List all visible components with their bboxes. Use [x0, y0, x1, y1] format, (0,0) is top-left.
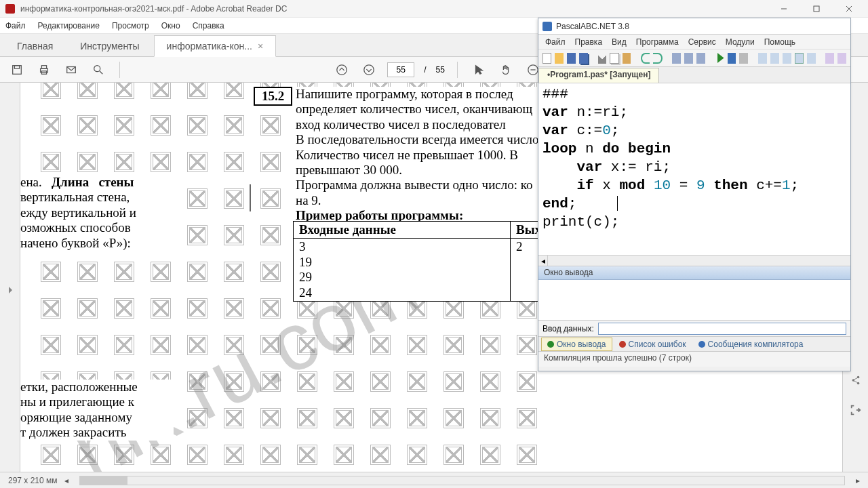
svg-marker-22: [9, 287, 12, 293]
left-text-2: етки, расположенные ны и прилегающие к о…: [20, 380, 174, 441]
close-button[interactable]: [835, 1, 863, 17]
tb-icon[interactable]: [825, 53, 834, 64]
save-icon[interactable]: [567, 53, 576, 64]
saveall-icon[interactable]: [579, 53, 588, 64]
select-tool-icon[interactable]: [470, 61, 488, 79]
pascal-icon: [542, 22, 552, 31]
pas-menu-view[interactable]: Вид: [612, 37, 627, 47]
example-table: Входные данныеВых 3 19 29 24 2: [293, 221, 547, 302]
td-input: 3 19 29 24: [294, 239, 511, 302]
redo-icon[interactable]: [653, 53, 662, 64]
bottab-errors[interactable]: Список ошибок: [614, 338, 692, 350]
acrobat-statusbar: 297 x 210 мм ◂ ▸: [0, 472, 868, 488]
pascal-menubar: Файл Правка Вид Программа Сервис Модули …: [538, 35, 850, 49]
tab-home-label: Главная: [17, 41, 53, 52]
svg-rect-7: [41, 65, 46, 68]
svg-point-10: [94, 65, 100, 71]
pas-menu-file[interactable]: Файл: [545, 37, 566, 47]
step-icon[interactable]: [739, 53, 748, 64]
input-row: Ввод данных:: [538, 321, 850, 337]
pascal-hscroll[interactable]: ◂: [538, 256, 850, 266]
close-icon[interactable]: ×: [258, 41, 263, 52]
print-icon[interactable]: [35, 61, 53, 79]
tb-icon[interactable]: [807, 53, 816, 64]
pascal-window: PascalABC.NET 3.8 Файл Правка Вид Програ…: [538, 18, 851, 371]
menu-help[interactable]: Справка: [193, 21, 224, 30]
menu-edit[interactable]: Редактирование: [38, 21, 100, 30]
menu-window[interactable]: Окно: [161, 21, 180, 30]
pascal-editor[interactable]: ### var n:=ri; var c:=0; loop n do begin…: [538, 83, 850, 256]
tab-document-label: информатика-кон...: [167, 41, 252, 52]
save-icon[interactable]: [8, 61, 26, 79]
input-label: Ввод данных:: [542, 324, 594, 333]
tb-icon[interactable]: [684, 53, 693, 64]
svg-line-26: [854, 378, 857, 380]
scroll-right-icon[interactable]: ▸: [856, 476, 860, 485]
tb-icon[interactable]: [696, 53, 705, 64]
tb-icon[interactable]: [758, 53, 767, 64]
page-up-icon[interactable]: [333, 61, 351, 79]
status-dimensions: 297 x 210 мм: [8, 476, 58, 485]
bottab-messages[interactable]: Сообщения компилятора: [693, 338, 809, 350]
left-text-1: ена. ена. Длина стеныДлина стены вертика…: [20, 175, 174, 251]
pas-menu-modules[interactable]: Модули: [726, 37, 755, 47]
maximize-button[interactable]: [803, 1, 830, 17]
tb-icon[interactable]: [795, 53, 804, 64]
share-icon[interactable]: [850, 374, 862, 386]
svg-rect-1: [814, 6, 819, 12]
page-sep: /: [424, 65, 426, 75]
page-number-input[interactable]: [387, 62, 414, 77]
svg-line-27: [854, 381, 857, 383]
tab-document[interactable]: информатика-кон...×: [154, 35, 277, 57]
copy-icon[interactable]: [610, 53, 618, 64]
tab-home[interactable]: Главная: [4, 35, 66, 56]
input-field[interactable]: [598, 323, 846, 335]
editor-tab[interactable]: •Program1.pas* [Запущен]: [538, 68, 659, 83]
tb-icon[interactable]: [672, 53, 681, 64]
run-icon[interactable]: [715, 53, 724, 64]
search-icon[interactable]: [90, 61, 107, 79]
pas-menu-help[interactable]: Помощь: [764, 37, 795, 47]
pascal-editor-tabs: •Program1.pas* [Запущен]: [538, 67, 850, 83]
tb-icon[interactable]: [837, 53, 846, 64]
menu-file[interactable]: Файл: [5, 21, 26, 30]
pas-menu-edit[interactable]: Правка: [575, 37, 603, 47]
svg-point-13: [364, 64, 374, 74]
stop-icon[interactable]: [728, 53, 736, 64]
acrobat-titlebar: информатика-контрольная-огэ2021-мск.pdf …: [0, 0, 868, 18]
paste-icon[interactable]: [623, 53, 631, 64]
mail-icon[interactable]: [62, 61, 80, 79]
undo-icon[interactable]: [641, 53, 650, 64]
pas-menu-service[interactable]: Сервис: [688, 37, 716, 47]
bottab-output[interactable]: Окно вывода: [541, 338, 612, 351]
svg-marker-14: [475, 65, 482, 74]
cut-icon[interactable]: [598, 53, 607, 64]
pascal-titlebar[interactable]: PascalABC.NET 3.8: [538, 18, 850, 35]
acrobat-sidebar-left[interactable]: [0, 83, 20, 472]
task-number: 15.2: [254, 87, 292, 106]
horizontal-scrollbar[interactable]: [79, 476, 845, 485]
pascal-bottom-tabs: Окно вывода Список ошибок Сообщения комп…: [538, 337, 850, 352]
output-header: Окно вывода: [538, 266, 850, 280]
output-area[interactable]: [538, 280, 850, 321]
acrobat-icon: [5, 4, 15, 14]
pascal-status: Компиляция прошла успешно (7 строк): [538, 352, 850, 367]
tb-icon[interactable]: [783, 53, 791, 64]
svg-point-12: [337, 64, 347, 74]
svg-line-11: [100, 70, 103, 74]
scroll-left-icon[interactable]: ◂: [64, 476, 68, 485]
pascal-title: PascalABC.NET 3.8: [556, 22, 629, 31]
pascal-toolbar: [538, 49, 850, 67]
hand-tool-icon[interactable]: [497, 61, 515, 79]
th-input: Входные данные: [294, 222, 511, 239]
minimize-button[interactable]: [770, 1, 797, 17]
tb-icon[interactable]: [770, 53, 779, 64]
tab-tools[interactable]: Инструменты: [67, 35, 152, 56]
page-down-icon[interactable]: [360, 61, 378, 79]
new-icon[interactable]: [542, 53, 551, 64]
open-icon[interactable]: [555, 53, 564, 64]
expand-icon[interactable]: [850, 404, 862, 416]
pas-menu-program[interactable]: Программа: [636, 37, 679, 47]
tab-tools-label: Инструменты: [80, 41, 139, 52]
menu-view[interactable]: Просмотр: [112, 21, 149, 30]
